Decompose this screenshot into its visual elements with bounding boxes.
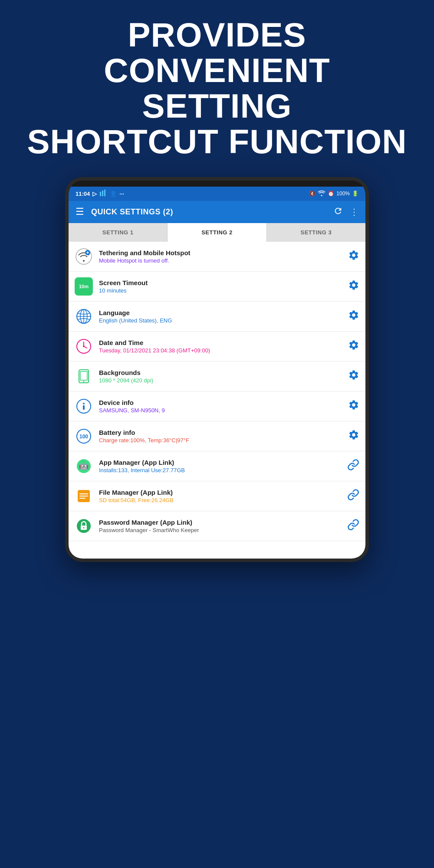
- hero-section: PROVIDES CONVENIENT SETTING SHORTCUT FUN…: [0, 0, 434, 173]
- notch-bar: [69, 181, 365, 187]
- app-manager-subtitle: Installs:133, Internal Use:27.77GB: [99, 467, 341, 473]
- battery-text: 100%: [336, 191, 350, 197]
- svg-rect-1: [102, 191, 103, 196]
- svg-rect-14: [80, 372, 87, 380]
- svg-point-26: [83, 527, 85, 528]
- phone-frame: 11:04 ▷ 👤 ··· 🔇: [65, 177, 369, 562]
- setting-item-device-info[interactable]: Device info SAMSUNG, SM-N950N, 9: [69, 391, 365, 421]
- settings-list: Tethering and Mobile Hotspot Mobile Hots…: [69, 242, 365, 541]
- password-manager-subtitle: Password Manager - SmartWho Keeper: [99, 527, 341, 533]
- datetime-icon: [75, 337, 93, 355]
- svg-text:🤖: 🤖: [79, 461, 89, 470]
- alarm-icon: ⏰: [328, 191, 334, 197]
- battery-info-text: Battery info Charge rate:100%, Temp:36°C…: [99, 429, 342, 444]
- tab-setting1[interactable]: SETTING 1: [69, 223, 168, 242]
- tab-setting2[interactable]: SETTING 2: [168, 223, 266, 242]
- backgrounds-gear[interactable]: [348, 369, 359, 383]
- menu-button[interactable]: ☰: [76, 207, 84, 217]
- bottom-space: [69, 541, 365, 559]
- datetime-text: Date and Time Tuesday, 01/12/2021 23:04:…: [99, 339, 342, 354]
- wifi-icon: [318, 189, 326, 198]
- hero-line2: CONVENIENT SETTING: [26, 53, 408, 124]
- file-manager-icon: [75, 487, 93, 505]
- hero-line3: SHORTCUT FUNCTION: [26, 124, 408, 160]
- file-manager-title: File Manager (App Link): [99, 489, 341, 496]
- device-info-subtitle: SAMSUNG, SM-N950N, 9: [99, 407, 342, 414]
- language-subtitle: English (United States), ENG: [99, 317, 342, 324]
- device-info-text: Device info SAMSUNG, SM-N950N, 9: [99, 399, 342, 414]
- setting-item-tethering[interactable]: Tethering and Mobile Hotspot Mobile Hots…: [69, 242, 365, 272]
- more-options-button[interactable]: ⋮: [350, 207, 358, 217]
- timeout-subtitle: 10 minutes: [99, 287, 342, 294]
- svg-rect-0: [100, 192, 101, 196]
- play-icon: ▷: [92, 191, 97, 197]
- svg-point-15: [83, 381, 85, 382]
- timeout-title: Screen Timeout: [99, 279, 342, 286]
- tethering-subtitle: Mobile Hotspot is turned off.: [99, 257, 342, 264]
- svg-rect-2: [104, 190, 105, 196]
- password-manager-link[interactable]: [347, 519, 359, 533]
- setting-item-backgrounds[interactable]: Backgrounds 1080 * 2094 (420 dpi): [69, 362, 365, 391]
- notch: [191, 181, 243, 186]
- language-icon: [75, 307, 93, 326]
- datetime-title: Date and Time: [99, 339, 342, 346]
- battery-info-icon: 100: [75, 427, 93, 445]
- hero-line1: PROVIDES: [26, 17, 408, 53]
- tethering-gear[interactable]: [348, 250, 359, 263]
- status-right: 🔇 ⏰ 100% 🔋: [309, 189, 358, 198]
- password-manager-text: Password Manager (App Link) Password Man…: [99, 519, 341, 533]
- device-info-title: Device info: [99, 399, 342, 406]
- tethering-icon: [75, 247, 93, 266]
- status-left: 11:04 ▷ 👤 ···: [76, 189, 124, 198]
- setting-item-file-manager[interactable]: File Manager (App Link) SD total:54GB, F…: [69, 481, 365, 511]
- setting-item-language[interactable]: Language English (United States), ENG: [69, 302, 365, 332]
- password-manager-icon: [75, 517, 93, 535]
- dots-icon: ···: [119, 191, 124, 197]
- setting-item-battery-info[interactable]: 100 Battery info Charge rate:100%, Temp:…: [69, 421, 365, 451]
- datetime-subtitle: Tuesday, 01/12/2021 23:04:38 (GMT+09:00): [99, 347, 342, 354]
- app-bar: ☰ QUICK SETTINGS (2) ⋮: [69, 201, 365, 223]
- backgrounds-subtitle: 1080 * 2094 (420 dpi): [99, 377, 342, 384]
- tethering-title: Tethering and Mobile Hotspot: [99, 249, 342, 256]
- battery-info-gear[interactable]: [348, 429, 359, 443]
- status-time: 11:04: [76, 191, 90, 197]
- tethering-text: Tethering and Mobile Hotspot Mobile Hots…: [99, 249, 342, 264]
- settings-tabs: SETTING 1 SETTING 2 SETTING 3: [69, 223, 365, 242]
- battery-icon: 🔋: [352, 191, 358, 197]
- app-manager-title: App Manager (App Link): [99, 459, 341, 466]
- battery-info-subtitle: Charge rate:100%, Temp:36°C|97°F: [99, 437, 342, 444]
- setting-item-app-manager[interactable]: 🤖 App Manager (App Link) Installs:133, I…: [69, 451, 365, 481]
- person-icon: 👤: [110, 191, 117, 197]
- tab-setting3[interactable]: SETTING 3: [267, 223, 365, 242]
- app-title: QUICK SETTINGS (2): [91, 207, 326, 217]
- svg-point-17: [83, 403, 85, 404]
- battery-info-title: Battery info: [99, 429, 342, 436]
- backgrounds-icon: [75, 367, 93, 385]
- svg-text:100: 100: [79, 434, 88, 440]
- app-manager-link[interactable]: [347, 459, 359, 473]
- setting-item-datetime[interactable]: Date and Time Tuesday, 01/12/2021 23:04:…: [69, 332, 365, 362]
- phone-wrapper: 11:04 ▷ 👤 ··· 🔇: [0, 177, 434, 562]
- setting-item-password-manager[interactable]: Password Manager (App Link) Password Man…: [69, 511, 365, 541]
- password-manager-title: Password Manager (App Link): [99, 519, 341, 526]
- chart-icon: [99, 189, 107, 198]
- file-manager-link[interactable]: [347, 489, 359, 503]
- device-info-icon: [75, 397, 93, 415]
- svg-rect-18: [83, 405, 85, 410]
- app-manager-icon: 🤖: [75, 457, 93, 475]
- device-info-gear[interactable]: [348, 399, 359, 413]
- refresh-button[interactable]: [333, 206, 343, 218]
- timeout-gear[interactable]: [348, 279, 359, 293]
- backgrounds-text: Backgrounds 1080 * 2094 (420 dpi): [99, 369, 342, 384]
- status-bar: 11:04 ▷ 👤 ··· 🔇: [69, 187, 365, 201]
- mute-icon: 🔇: [309, 191, 316, 197]
- backgrounds-title: Backgrounds: [99, 369, 342, 376]
- language-text: Language English (United States), ENG: [99, 309, 342, 324]
- timeout-text: Screen Timeout 10 minutes: [99, 279, 342, 294]
- setting-item-screen-timeout[interactable]: 10m Screen Timeout 10 minutes: [69, 272, 365, 302]
- file-manager-text: File Manager (App Link) SD total:54GB, F…: [99, 489, 341, 503]
- language-gear[interactable]: [348, 309, 359, 323]
- datetime-gear[interactable]: [348, 339, 359, 353]
- svg-point-12: [83, 345, 85, 347]
- app-manager-text: App Manager (App Link) Installs:133, Int…: [99, 459, 341, 473]
